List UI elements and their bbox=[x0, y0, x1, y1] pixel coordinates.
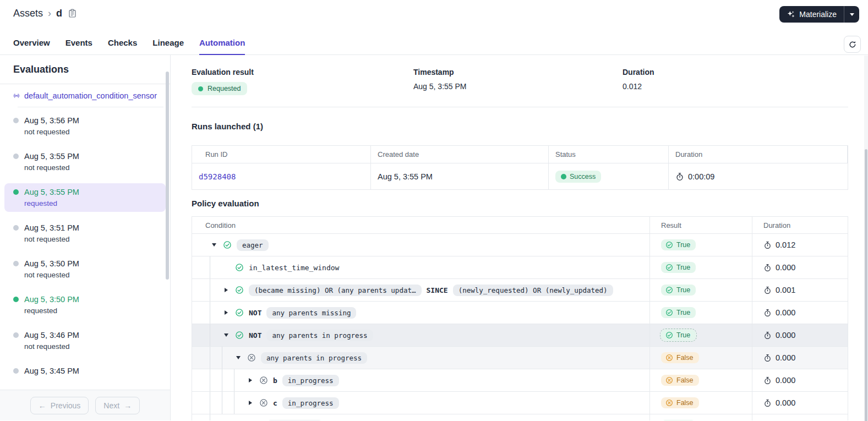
indent-guide bbox=[222, 347, 234, 369]
condition-duration: 0.000 bbox=[776, 398, 795, 407]
evaluation-list-item[interactable]: Aug 5, 3:51 PM not requested bbox=[4, 219, 166, 248]
indent-guide bbox=[234, 392, 246, 414]
arrow-left-icon: ← bbox=[39, 401, 46, 410]
evaluation-list-item[interactable]: Aug 5, 3:50 PM not requested bbox=[4, 255, 166, 283]
evaluation-list-item[interactable]: Aug 5, 3:55 PM not requested bbox=[4, 147, 166, 176]
evaluation-status: not requested bbox=[24, 271, 157, 279]
check-circle-icon bbox=[223, 240, 232, 249]
result-value: True bbox=[676, 331, 690, 339]
condition-text: in_latest_time_window bbox=[249, 264, 339, 272]
evaluation-list-item[interactable]: Aug 5, 3:45 PM bbox=[4, 362, 166, 382]
policy-row-hovered: NOT any parents in progress True 0.000 bbox=[192, 324, 848, 347]
policy-row: any parents in progress False 0.000 bbox=[192, 347, 848, 369]
sparkle-icon bbox=[787, 10, 795, 19]
caret-right-icon bbox=[249, 378, 252, 382]
collapse-caret[interactable] bbox=[222, 333, 231, 337]
previous-button[interactable]: ← Previous bbox=[30, 397, 89, 414]
copy-asset-name-button[interactable] bbox=[68, 9, 77, 18]
run-status-badge: Success bbox=[555, 171, 601, 183]
runs-col-created: Created date bbox=[371, 146, 549, 163]
expand-caret[interactable] bbox=[246, 378, 255, 382]
sidebar-scrollbar[interactable] bbox=[166, 72, 169, 280]
collapse-caret[interactable] bbox=[210, 243, 219, 247]
tab-lineage[interactable]: Lineage bbox=[152, 31, 184, 55]
check-circle-icon bbox=[235, 308, 244, 317]
materialize-dropdown-button[interactable] bbox=[844, 6, 859, 23]
result-value: False bbox=[676, 399, 694, 407]
x-circle-icon bbox=[665, 399, 673, 407]
result-value: False bbox=[676, 376, 694, 384]
expand-caret[interactable] bbox=[222, 288, 231, 292]
x-circle-icon bbox=[247, 353, 256, 362]
runs-col-status: Status bbox=[549, 146, 669, 163]
tab-automation[interactable]: Automation bbox=[199, 31, 245, 55]
pagination-footer: ← Previous Next → bbox=[0, 390, 170, 420]
indent-guide bbox=[210, 279, 222, 301]
indent-guide bbox=[222, 392, 234, 414]
result-badge-false: False bbox=[661, 352, 699, 363]
status-dot bbox=[13, 118, 19, 123]
materialize-button[interactable]: Materialize bbox=[779, 6, 859, 23]
sensor-link[interactable]: default_automation_condition_sensor bbox=[24, 91, 157, 100]
condition-duration: 0.000 bbox=[776, 263, 795, 272]
indent-guide bbox=[210, 414, 222, 420]
runs-table: Run ID Created date Status Duration d592… bbox=[192, 145, 848, 190]
next-button[interactable]: Next → bbox=[95, 397, 140, 414]
stopwatch-icon bbox=[763, 376, 772, 385]
check-circle-icon bbox=[665, 309, 673, 316]
tab-events[interactable]: Events bbox=[65, 31, 92, 55]
status-dot bbox=[198, 86, 203, 91]
evaluation-list-item[interactable]: Aug 5, 3:50 PM requested bbox=[4, 291, 166, 319]
evaluation-time: Aug 5, 3:55 PM bbox=[24, 152, 79, 161]
condition-keyword: b bbox=[273, 376, 277, 385]
evaluation-time: Aug 5, 3:55 PM bbox=[24, 188, 79, 196]
clipboard-icon bbox=[68, 9, 77, 18]
condition-pill: (newly_requested) OR (newly_updated) bbox=[453, 285, 613, 296]
duration-label: Duration bbox=[623, 68, 654, 76]
condition-duration: 0.001 bbox=[776, 286, 795, 294]
evaluation-result-label: Evaluation result bbox=[192, 68, 413, 76]
policy-header-row: Condition Result Duration bbox=[192, 217, 848, 234]
evaluation-list-item[interactable]: Aug 5, 3:56 PM not requested bbox=[4, 112, 166, 140]
arrow-right-icon: → bbox=[124, 401, 132, 410]
caret-right-icon bbox=[225, 310, 228, 315]
status-dot bbox=[13, 368, 19, 374]
expand-caret[interactable] bbox=[222, 310, 231, 315]
evaluation-list-item-selected[interactable]: Aug 5, 3:55 PM requested bbox=[4, 183, 166, 212]
stopwatch-icon bbox=[763, 309, 772, 317]
refresh-button[interactable] bbox=[844, 36, 861, 53]
run-row-cell: Aug 5, 3:55 PM bbox=[371, 163, 549, 189]
evaluation-time: Aug 5, 3:50 PM bbox=[24, 295, 79, 304]
stopwatch-icon bbox=[763, 354, 772, 362]
tab-overview[interactable]: Overview bbox=[13, 31, 50, 55]
page-scrollbar-thumb[interactable] bbox=[865, 149, 867, 421]
tab-checks[interactable]: Checks bbox=[108, 31, 137, 55]
x-circle-icon bbox=[259, 376, 268, 385]
check-circle-icon bbox=[235, 263, 244, 272]
breadcrumb-assets-link[interactable]: Assets bbox=[13, 8, 43, 19]
stopwatch-icon bbox=[763, 264, 772, 272]
sensor-link-row[interactable]: default_automation_condition_sensor bbox=[0, 84, 170, 107]
collapse-caret[interactable] bbox=[234, 356, 243, 359]
result-badge-false: False bbox=[661, 375, 699, 386]
runs-col-duration: Duration bbox=[669, 146, 848, 163]
policy-evaluation-title: Policy evaluation bbox=[192, 199, 848, 208]
evaluation-list-item[interactable]: Aug 5, 3:46 PM not requested bbox=[4, 326, 166, 355]
check-circle-icon bbox=[665, 264, 673, 271]
result-badge-true: True bbox=[661, 262, 696, 273]
expand-caret[interactable] bbox=[246, 401, 255, 405]
evaluation-status: not requested bbox=[24, 128, 157, 136]
page-scrollbar-track[interactable] bbox=[864, 56, 868, 421]
condition-duration: 0.000 bbox=[776, 308, 795, 317]
duration-value: 0.012 bbox=[623, 82, 654, 91]
condition-pill: any parents missing bbox=[266, 307, 356, 319]
evaluations-list: Aug 5, 3:56 PM not requested Aug 5, 3:55… bbox=[0, 107, 170, 382]
run-id-link[interactable]: d5928408 bbox=[199, 172, 236, 181]
materialize-button-main[interactable]: Materialize bbox=[779, 6, 844, 23]
stopwatch-icon bbox=[675, 172, 684, 181]
result-badge-true: True bbox=[661, 239, 696, 250]
condition-keyword: NOT bbox=[249, 331, 261, 340]
breadcrumb-asset-name: d bbox=[56, 8, 62, 19]
indent-guide bbox=[222, 369, 234, 391]
policy-row: in_latest_time_window True 0.000 bbox=[192, 256, 848, 279]
